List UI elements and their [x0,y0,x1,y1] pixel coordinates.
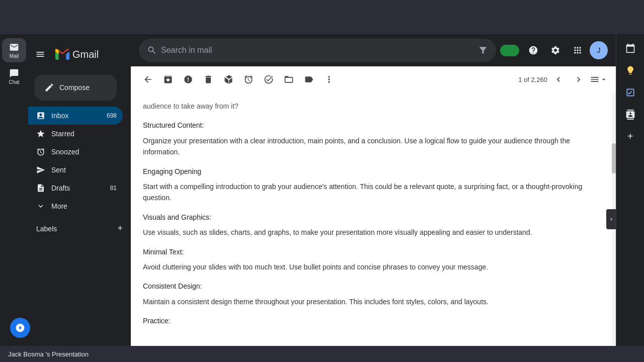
spam-button[interactable] [179,70,197,88]
search-input[interactable] [161,46,474,55]
sidebar-drafts-badge: 81 [110,185,117,192]
sidebar-item-starred[interactable]: Starred [28,125,123,143]
settings-button[interactable] [545,40,566,60]
pagination: 1 of 2,260 [518,70,608,88]
section-2-body: Use visuals, such as slides, charts, and… [143,227,604,238]
icon-rail: Mail 99+ Chat [0,34,28,346]
rail-mail[interactable]: Mail [2,38,26,62]
header-actions: J [500,40,608,60]
email-section-4: Consistent Design: Maintain a consistent… [143,281,604,307]
move-button[interactable] [280,70,298,88]
rail-chat[interactable]: Chat [2,64,26,88]
add-panel-button[interactable]: + [623,127,637,146]
sidebar-item-sent[interactable]: Sent [28,161,123,179]
email-intro: audience to take away from it? [143,101,604,112]
rail-chat-label: Chat [9,79,19,85]
section-1-body: Start with a compelling introduction to … [143,181,604,204]
archive-button[interactable] [159,70,177,88]
delete-button[interactable] [199,70,217,88]
tasks-panel-icon[interactable] [620,82,640,103]
bottom-bar: Jack Bosma 's Presentation [0,346,644,362]
search-bar[interactable] [139,39,496,62]
sidebar-inbox-badge: 698 [107,112,117,119]
contacts-panel-icon[interactable] [620,105,640,125]
label-button[interactable] [300,70,318,88]
section-5-title: Practice: [143,315,604,326]
sidebar-inbox-label: Inbox [51,112,68,120]
section-4-body: Maintain a consistent design theme throu… [143,296,604,307]
task-button[interactable] [260,70,278,88]
email-content: audience to take away from it? Structure… [131,93,616,346]
search-filter-icon[interactable] [478,45,488,55]
apps-button[interactable] [568,40,588,60]
account-indicator[interactable] [500,45,519,56]
sidebar-item-more[interactable]: More [28,197,123,215]
view-toggle[interactable] [590,74,608,84]
snooze-button[interactable] [239,70,258,88]
help-button[interactable] [523,40,543,60]
search-icon [147,45,157,55]
compose-button[interactable]: Compose [34,74,117,101]
labels-section: Labels + [28,219,131,238]
gmail-logo-text: Gmail [72,49,99,60]
email-section-5: Practice: [143,315,604,326]
mark-unread-button[interactable] [219,70,237,88]
rail-mail-label: Mail [10,53,19,59]
section-0-title: Structured Content: [143,120,604,131]
email-toolbar: 1 of 2,260 [131,66,616,93]
hamburger-button[interactable] [30,44,50,64]
bottom-title: Jack Bosma 's Presentation [8,350,89,358]
email-section-3: Minimal Text: Avoid cluttering your slid… [143,246,604,273]
section-0-body: Organize your presentation with a clear … [143,135,604,158]
calendar-panel-icon[interactable] [620,38,640,58]
sidebar-item-inbox[interactable]: Inbox 698 [28,107,123,125]
section-3-body: Avoid cluttering your slides with too mu… [143,261,604,273]
prev-email-button[interactable] [549,70,568,88]
email-section-0: Structured Content: Organize your presen… [143,120,604,157]
section-4-title: Consistent Design: [143,281,604,292]
sidebar-item-drafts[interactable]: Drafts 81 [28,179,123,197]
add-label-button[interactable]: + [117,223,123,234]
section-2-title: Visuals and Graphics: [143,212,604,223]
email-section-2: Visuals and Graphics: Use visuals, such … [143,212,604,238]
sidebar: Gmail Compose Inbox 698 [28,34,131,346]
right-panel: + [616,34,644,346]
avatar[interactable]: J [590,41,608,59]
compose-label: Compose [59,83,90,92]
pagination-text: 1 of 2,260 [518,76,547,83]
collapse-panel-button[interactable] [606,209,616,229]
back-button[interactable] [139,70,157,88]
gmail-logo: Gmail [54,46,99,62]
keep-panel-icon[interactable] [620,60,640,80]
sidebar-snoozed-label: Snoozed [51,148,79,156]
sidebar-drafts-label: Drafts [51,184,70,192]
more-toolbar-button[interactable] [320,70,338,88]
sidebar-sent-label: Sent [51,166,66,174]
email-pane: audience to take away from it? Structure… [131,93,616,346]
sidebar-more-label: More [51,202,67,210]
main-content: J [131,34,616,346]
section-1-title: Engaging Opening [143,166,604,177]
notification-bubble[interactable] [10,318,30,338]
next-email-button[interactable] [570,70,588,88]
scroll-thumb[interactable] [612,143,616,173]
top-header: J [131,34,616,66]
sidebar-starred-label: Starred [51,130,74,138]
email-section-1: Engaging Opening Start with a compelling… [143,166,604,204]
section-3-title: Minimal Text: [143,246,604,257]
labels-heading: Labels [36,225,57,233]
sidebar-item-snoozed[interactable]: Snoozed [28,143,123,161]
